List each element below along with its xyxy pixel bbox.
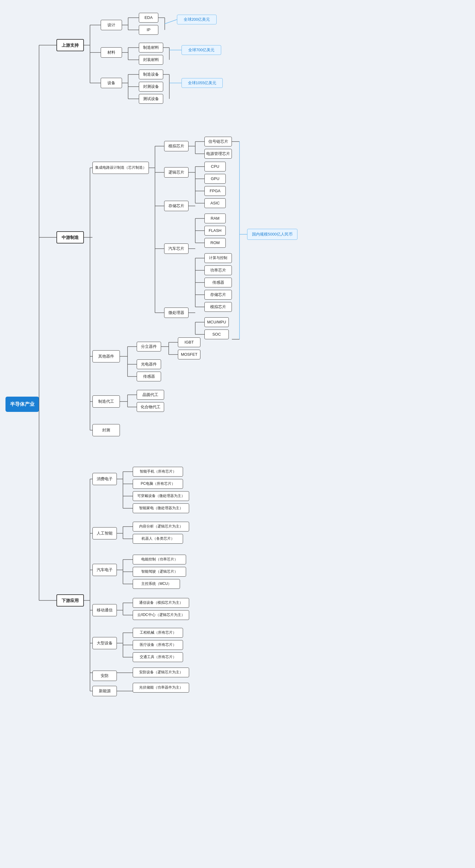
node-flash: FLASH: [204, 226, 226, 236]
node-security-equip: 安防设备（逻辑芯片为主）: [133, 668, 189, 677]
node-engineering: 工程机械（所有芯片）: [133, 628, 183, 638]
node-elec-control: 电能控制（功率芯片）: [133, 555, 186, 564]
node-ic-mfg: 集成电路设计制造（芯片制造）: [92, 162, 149, 174]
node-new-energy: 新能源: [92, 686, 117, 696]
node-pkg-equip: 封测设备: [139, 82, 163, 92]
node-medical: 医疗设备（所有芯片）: [133, 640, 183, 650]
node-fpga: FPGA: [204, 186, 226, 196]
node-wearable: 可穿戴设备（微处理器为主）: [133, 491, 189, 501]
node-robot: 机器人（各类芯片）: [133, 534, 183, 544]
node-transport: 交通工具（所有芯片）: [133, 652, 183, 662]
node-upstream: 上游支持: [57, 39, 84, 51]
node-mpu: 微处理器: [164, 308, 189, 318]
node-mobile: 移动通信: [92, 604, 117, 616]
node-mfg-equip: 制造设备: [139, 69, 163, 79]
node-auto-elec: 汽车电子: [92, 564, 117, 576]
node-smart-home: 智能家电（微处理器为主）: [133, 503, 189, 513]
node-rom: ROM: [204, 238, 226, 248]
node-asic: ASIC: [204, 198, 226, 208]
node-bubble-200: 全球200亿美元: [177, 14, 217, 24]
node-bubble-5000: 国内规模5000亿人民币: [247, 229, 297, 240]
node-ai: 人工智能: [92, 527, 117, 539]
node-power-chip: 功率芯片: [204, 266, 232, 275]
node-midstream: 中游制造: [57, 231, 84, 244]
node-wafer: 晶圆代工: [137, 390, 164, 400]
node-root: 半导体产业: [5, 397, 39, 412]
node-memory: 存储芯片: [164, 201, 189, 211]
node-signal: 信号链芯片: [204, 137, 232, 147]
node-bubble-1055: 全球1055亿美元: [182, 78, 223, 88]
node-bubble-700: 全球700亿美元: [182, 45, 221, 55]
node-sensor: 传感器: [137, 372, 161, 381]
node-compute: 计算与控制: [204, 253, 232, 263]
node-mcu-mpu: MCU/MPU: [204, 317, 229, 327]
node-gpu: GPU: [204, 174, 226, 184]
node-test-equip: 测试设备: [139, 94, 163, 104]
diagram-container: 半导体产业 上游支持 设计 EDA IP 全球200亿美元 材料 制造材料 封装…: [0, 0, 475, 868]
node-consumer: 消费电子: [92, 473, 117, 485]
node-power-mgmt: 电源管理芯片: [204, 149, 232, 159]
node-main-ctrl: 主控系统（MCU）: [133, 579, 180, 589]
node-mfg-material: 制造材料: [139, 43, 163, 53]
node-analog-auto: 模拟芯片: [204, 302, 232, 312]
node-analog: 模拟芯片: [164, 141, 189, 151]
node-comm-equip: 通信设备（模拟芯片为主）: [133, 598, 189, 608]
node-ram: RAM: [204, 214, 226, 223]
node-eda: EDA: [139, 13, 158, 23]
node-sensor-auto: 传感器: [204, 278, 232, 287]
node-igbt: IGBT: [178, 337, 200, 347]
node-memory-auto: 存储芯片: [204, 290, 232, 300]
node-solar: 光伏储能（功率器件为主）: [133, 683, 189, 692]
node-mosfet: MOSFET: [178, 350, 200, 360]
node-packaging: 封测: [92, 424, 120, 436]
node-auto-chip: 汽车芯片: [164, 244, 189, 254]
node-logic: 逻辑芯片: [164, 167, 189, 178]
node-design: 设计: [101, 20, 122, 30]
node-smartphone: 智能手机（所有芯片）: [133, 467, 183, 476]
svg-line-15: [165, 20, 177, 24]
node-pkg-material: 封装材料: [139, 55, 163, 65]
node-ip: IP: [139, 25, 158, 35]
node-cpu: CPU: [204, 162, 226, 172]
node-equipment: 设备: [101, 78, 122, 88]
connector-lines: [0, 0, 475, 868]
node-discrete: 分立器件: [137, 342, 161, 351]
node-auto-drive: 智能驾驶（逻辑芯片）: [133, 567, 186, 577]
node-other-parts: 其他器件: [92, 350, 120, 363]
node-compound: 化合物代工: [137, 402, 164, 412]
node-foundry: 制造代工: [92, 395, 120, 408]
node-security: 安防: [92, 671, 117, 681]
node-idc: 云/IDC中心（逻辑芯片为主）: [133, 610, 189, 620]
node-large-equip: 大型设备: [92, 637, 117, 649]
node-opto: 光电器件: [137, 360, 161, 369]
node-pc: PC电脑（所有芯片）: [133, 479, 183, 489]
node-downstream: 下游应用: [57, 594, 84, 607]
node-material: 材料: [101, 47, 122, 58]
node-content-analysis: 内容分析（逻辑芯片为主）: [133, 522, 189, 531]
node-soc: SOC: [204, 330, 229, 339]
